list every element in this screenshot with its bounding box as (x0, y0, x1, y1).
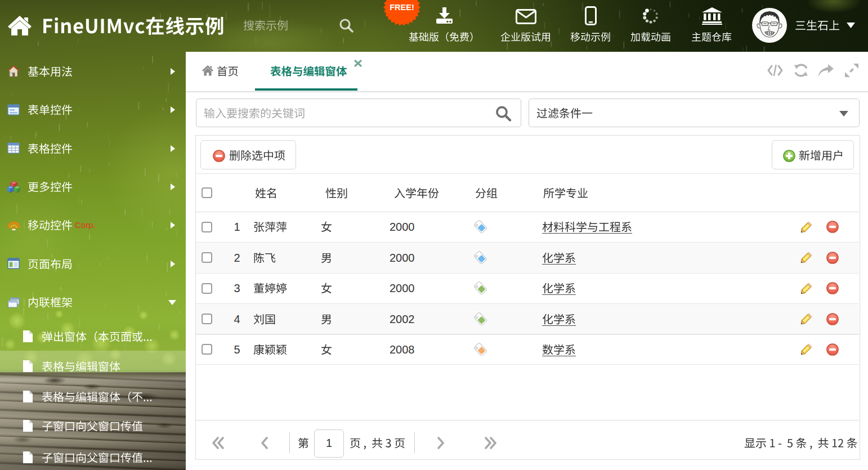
svg-text:FREE!: FREE! (390, 3, 414, 12)
